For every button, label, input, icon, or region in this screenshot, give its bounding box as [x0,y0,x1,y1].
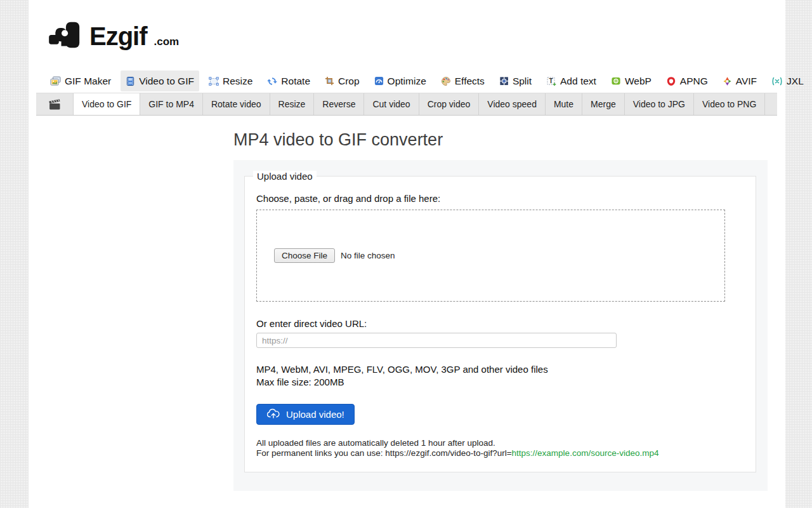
subtab-video-to-png[interactable]: Video to PNG [694,93,765,115]
nav-label: JXL [787,76,804,87]
subtab-label: Video to JPG [633,99,685,109]
cloud-upload-icon [266,408,280,420]
logo-brand-text: Ezgif [89,23,147,49]
nav-jxl[interactable]: JXL [766,70,809,91]
ezgif-logo-icon [48,20,83,53]
upload-fieldset: Upload video Choose, paste, or drag and … [244,176,756,472]
split-icon [499,76,509,86]
nav-resize[interactable]: Resize [204,70,258,91]
nav-rotate[interactable]: Rotate [262,70,315,91]
subtab-video-to-gif[interactable]: Video to GIF [74,93,140,115]
subtab-label: Merge [591,99,616,109]
apng-icon [666,76,676,86]
crop-icon [325,76,334,86]
main-nav: GIF Maker Video to GIF Resize Rotate Cro… [45,70,809,91]
choose-file-button[interactable]: Choose File [274,248,335,263]
formats-text: MP4, WebM, AVI, MPEG, FLV, OGG, MOV, 3GP… [256,364,548,375]
upload-button-label: Upload video! [286,409,344,420]
max-size-text: Max file size: 200MB [256,377,344,387]
nav-label: Effects [455,76,485,87]
optimize-icon [374,76,384,86]
subtab-label: Video to PNG [702,99,756,109]
subtab-mute[interactable]: Mute [546,93,582,115]
permanent-link-note: For permanent links you can use: https:/… [256,448,658,458]
subtab-label: Reverse [322,99,355,109]
permanent-link-prefix: For permanent links you can use: https:/… [256,448,512,458]
nav-label: WebP [625,76,652,87]
nav-label: Optimize [388,76,426,87]
nav-webp[interactable]: WebP [606,70,657,91]
subtab-merge[interactable]: Merge [582,93,625,115]
nav-gif-maker[interactable]: GIF Maker [45,70,116,91]
resize-icon [209,76,219,86]
subtab-label: Rotate video [211,99,261,109]
auto-delete-note: All uploaded files are automatically del… [256,438,495,448]
example-source-link[interactable]: https://example.com/source-video.mp4 [512,448,659,458]
video-url-input[interactable] [256,333,617,348]
upload-section: Upload video Choose, paste, or drag and … [233,160,768,491]
nav-split[interactable]: Split [494,70,537,91]
subtab-video-to-jpg[interactable]: Video to JPG [625,93,694,115]
subtab-crop-video[interactable]: Crop video [419,93,480,115]
nav-label: Resize [223,76,252,87]
nav-video-to-gif[interactable]: Video to GIF [121,70,199,91]
video-to-gif-icon [126,76,135,86]
site-logo[interactable]: Ezgif .com [48,20,178,53]
svg-text:T: T [549,77,553,84]
subtab-video-speed[interactable]: Video speed [479,93,546,115]
subtab-rotate-video[interactable]: Rotate video [203,93,270,115]
subtab-label: Crop video [428,99,471,109]
subtab-label: Video speed [487,99,537,109]
subtab-label: Resize [278,99,306,109]
url-label: Or enter direct video URL: [256,318,367,329]
nav-add-text[interactable]: T Add text [541,70,601,91]
nav-optimize[interactable]: Optimize [369,70,431,91]
webp-icon [611,76,621,86]
nav-label: APNG [680,76,708,87]
nav-label: Crop [338,76,360,87]
nav-label: Video to GIF [139,76,194,87]
subtab-gif-to-mp4[interactable]: GIF to MP4 [140,93,203,115]
subtab-label: Video to GIF [82,99,131,109]
subtab-label: Mute [554,99,573,109]
nav-crop[interactable]: Crop [320,70,365,91]
nav-effects[interactable]: Effects [436,70,490,91]
nav-avif[interactable]: AVIF [717,70,762,91]
file-input-row: Choose File No file chosen [274,248,395,263]
jxl-icon [771,77,783,86]
subtab-reverse[interactable]: Reverse [314,93,364,115]
nav-label: GIF Maker [65,76,111,87]
rotate-icon [267,76,277,86]
video-sub-nav: Video to GIF GIF to MP4 Rotate video Res… [36,93,777,116]
nav-apng[interactable]: APNG [661,70,713,91]
clapperboard-icon [36,93,74,115]
nav-label: Split [513,76,532,87]
subtab-label: Cut video [372,99,410,109]
page-title: MP4 video to GIF converter [233,130,443,150]
gif-maker-icon [50,76,61,86]
file-drop-label: Choose, paste, or drag and drop a file h… [256,193,440,204]
add-text-icon: T [546,76,556,86]
logo-suffix-text: .com [154,36,180,48]
fieldset-legend: Upload video [253,171,317,182]
avif-icon [723,76,732,86]
nav-label: Rotate [281,76,310,87]
subtab-cut-video[interactable]: Cut video [364,93,419,115]
file-dropzone[interactable]: Choose File No file chosen [256,210,725,302]
nav-label: AVIF [736,76,757,87]
subtab-resize[interactable]: Resize [270,93,315,115]
page-content: Ezgif .com GIF Maker Video to GIF Resize… [29,0,785,508]
subtab-label: GIF to MP4 [148,99,194,109]
effects-icon [441,76,451,86]
upload-video-button[interactable]: Upload video! [256,404,355,425]
no-file-chosen-text: No file chosen [341,251,395,260]
nav-label: Add text [560,76,596,87]
